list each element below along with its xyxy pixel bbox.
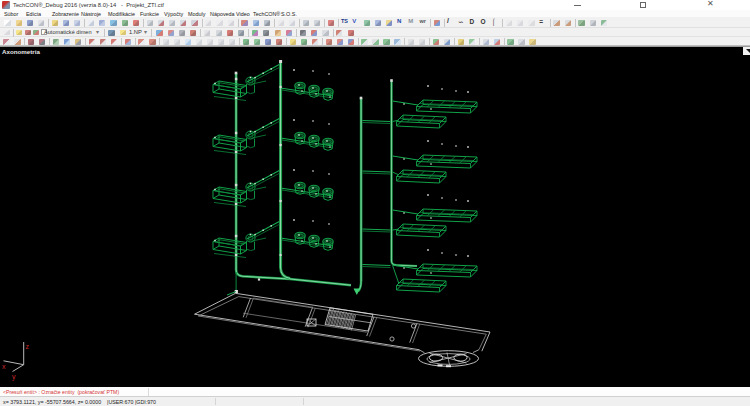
svg-text:y: y — [12, 373, 16, 381]
svg-text:z: z — [26, 343, 30, 350]
svg-text:x: x — [2, 363, 6, 370]
